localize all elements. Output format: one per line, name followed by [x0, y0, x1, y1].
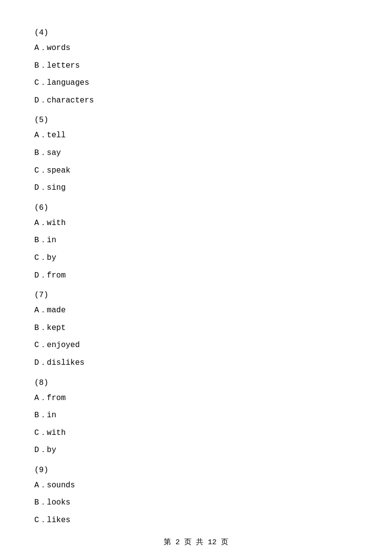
question-number-7: (7) — [34, 291, 358, 300]
option-6-1: B．in — [34, 234, 358, 247]
option-4-1: B．letters — [34, 60, 358, 73]
option-5-0: A．tell — [34, 129, 358, 142]
option-7-3: D．dislikes — [34, 357, 358, 370]
option-4-2: C．languages — [34, 77, 358, 90]
question-number-9: (9) — [34, 466, 358, 475]
page-content: (4)A．wordsB．lettersC．languagesD．characte… — [0, 0, 392, 555]
question-number-5: (5) — [34, 116, 358, 125]
option-4-3: D．characters — [34, 95, 358, 107]
option-7-0: A．made — [34, 304, 358, 317]
option-4-0: A．words — [34, 42, 358, 55]
option-8-1: B．in — [34, 409, 358, 422]
option-6-3: D．from — [34, 270, 358, 282]
option-6-2: C．by — [34, 252, 358, 265]
option-8-2: C．with — [34, 427, 358, 440]
option-5-2: C．speak — [34, 165, 358, 177]
question-number-4: (4) — [34, 28, 358, 37]
option-6-0: A．with — [34, 217, 358, 230]
option-7-1: B．kept — [34, 322, 358, 335]
option-9-0: A．sounds — [34, 479, 358, 492]
option-7-2: C．enjoyed — [34, 339, 358, 352]
option-8-3: D．by — [34, 444, 358, 457]
page-footer: 第 2 页 共 12 页 — [0, 537, 392, 547]
option-5-1: B．say — [34, 147, 358, 160]
question-number-6: (6) — [34, 203, 358, 212]
question-number-8: (8) — [34, 378, 358, 387]
option-9-1: B．looks — [34, 497, 358, 509]
option-9-2: C．likes — [34, 514, 358, 527]
option-8-0: A．from — [34, 392, 358, 405]
option-5-3: D．sing — [34, 182, 358, 195]
footer-text: 第 2 页 共 12 页 — [164, 538, 228, 547]
